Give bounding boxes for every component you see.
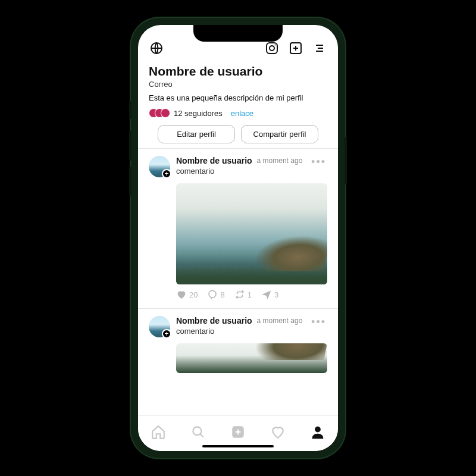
menu-icon[interactable] — [312, 40, 327, 56]
svg-point-2 — [270, 46, 274, 51]
share-profile-button[interactable]: Compartir perfil — [241, 125, 318, 143]
reply-count: 8 — [220, 290, 224, 299]
post: + Nombre de usuario a moment ago comenta… — [149, 152, 327, 305]
like-button[interactable]: 20 — [176, 289, 198, 300]
screen: Nombre de usuario Correo Esta es una peq… — [138, 25, 338, 451]
post-comment: comentario — [176, 327, 304, 336]
side-button — [129, 101, 131, 119]
post-actions: 20 8 1 3 — [176, 289, 327, 305]
divider — [138, 308, 338, 309]
add-story-icon[interactable]: + — [162, 329, 171, 339]
notch — [193, 25, 283, 42]
post-avatar[interactable]: + — [149, 156, 170, 177]
profile-email: Correo — [149, 80, 327, 89]
post-comment: comentario — [176, 167, 304, 176]
home-indicator — [202, 445, 274, 447]
post-username[interactable]: Nombre de usuario — [176, 156, 252, 165]
like-count: 20 — [189, 290, 198, 299]
post: + Nombre de usuario a moment ago comenta… — [149, 312, 327, 373]
divider — [138, 148, 338, 149]
repost-button[interactable]: 1 — [234, 289, 252, 300]
repost-count: 1 — [248, 290, 252, 299]
phone-frame: Nombre de usuario Correo Esta es una peq… — [131, 18, 345, 458]
post-image[interactable] — [176, 343, 327, 373]
nav-home[interactable] — [149, 423, 167, 441]
profile-username: Nombre de usuario — [149, 64, 327, 79]
post-username[interactable]: Nombre de usuario — [176, 316, 252, 325]
side-button — [129, 131, 131, 161]
side-button — [345, 137, 347, 184]
profile-link[interactable]: enlace — [231, 109, 253, 118]
post-time: a moment ago — [257, 317, 303, 325]
post-avatar[interactable]: + — [149, 316, 170, 337]
followers-row[interactable]: 12 seguidores enlace — [149, 108, 327, 118]
content-scroll[interactable]: Nombre de usuario Correo Esta es una peq… — [138, 58, 338, 451]
add-story-icon[interactable]: + — [162, 169, 171, 178]
profile-bio: Esta es una pequeña descripción de mi pe… — [149, 93, 327, 102]
edit-profile-button[interactable]: Editar perfil — [158, 125, 235, 143]
profile-header: Nombre de usuario Correo Esta es una peq… — [149, 64, 327, 143]
nav-likes[interactable] — [269, 423, 287, 441]
svg-point-3 — [275, 45, 276, 46]
follower-avatars — [149, 108, 170, 118]
add-box-icon[interactable] — [288, 40, 303, 56]
svg-rect-1 — [267, 43, 277, 54]
post-more-icon[interactable]: ••• — [310, 316, 327, 328]
nav-profile[interactable] — [309, 423, 327, 441]
followers-count: 12 seguidores — [174, 109, 223, 118]
globe-icon[interactable] — [149, 40, 164, 56]
post-more-icon[interactable]: ••• — [310, 156, 327, 168]
svg-point-5 — [209, 290, 216, 298]
nav-create[interactable] — [229, 423, 247, 441]
nav-search[interactable] — [189, 423, 207, 441]
post-image[interactable] — [176, 183, 327, 284]
svg-point-8 — [315, 427, 321, 432]
share-count: 3 — [274, 290, 278, 299]
reply-button[interactable]: 8 — [207, 289, 224, 300]
post-time: a moment ago — [257, 156, 303, 165]
camera-icon[interactable] — [264, 40, 280, 56]
side-button — [129, 167, 131, 196]
share-button[interactable]: 3 — [261, 289, 278, 300]
